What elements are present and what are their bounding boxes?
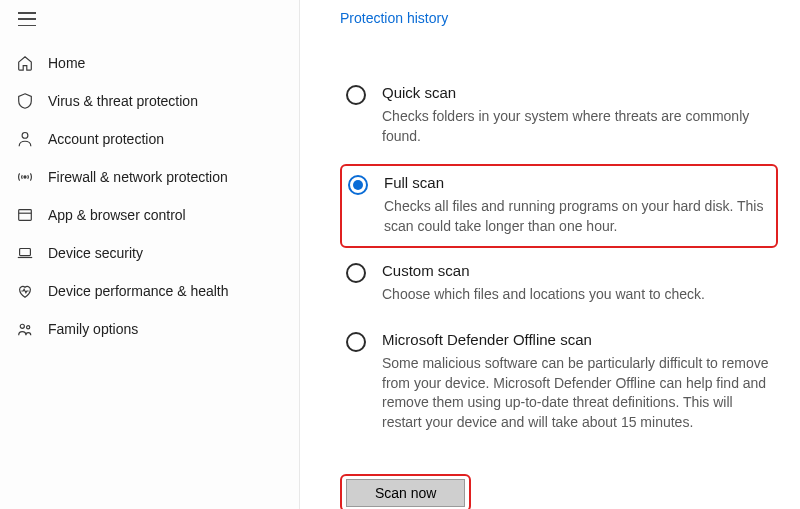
sidebar-item-performance[interactable]: Device performance & health [0, 272, 299, 310]
sidebar: Home Virus & threat protection Account p… [0, 0, 300, 509]
scan-option-text: Full scan Checks all files and running p… [384, 174, 770, 236]
radio-quick-scan[interactable] [346, 85, 366, 105]
svg-point-4 [20, 324, 24, 328]
sidebar-item-family[interactable]: Family options [0, 310, 299, 348]
svg-rect-3 [20, 249, 31, 256]
people-icon [16, 320, 34, 338]
scan-option-full[interactable]: Full scan Checks all files and running p… [340, 164, 778, 248]
window-icon [16, 206, 34, 224]
radio-offline-scan[interactable] [346, 332, 366, 352]
svg-point-1 [24, 176, 26, 178]
sidebar-item-home[interactable]: Home [0, 44, 299, 82]
heart-icon [16, 282, 34, 300]
sidebar-item-firewall[interactable]: Firewall & network protection [0, 158, 299, 196]
laptop-icon [16, 244, 34, 262]
radio-full-scan[interactable] [348, 175, 368, 195]
sidebar-item-label: App & browser control [48, 207, 186, 223]
svg-point-5 [27, 326, 30, 329]
person-icon [16, 130, 34, 148]
sidebar-item-app-browser[interactable]: App & browser control [0, 196, 299, 234]
scan-option-text: Custom scan Choose which files and locat… [382, 262, 772, 305]
sidebar-item-label: Firewall & network protection [48, 169, 228, 185]
scan-option-title: Custom scan [382, 262, 772, 279]
home-icon [16, 54, 34, 72]
scan-option-text: Microsoft Defender Offline scan Some mal… [382, 331, 772, 432]
scan-option-quick[interactable]: Quick scan Checks folders in your system… [340, 76, 778, 158]
main-content: Protection history Quick scan Checks fol… [300, 0, 800, 509]
scan-option-text: Quick scan Checks folders in your system… [382, 84, 772, 146]
svg-rect-2 [19, 210, 32, 221]
scan-option-title: Quick scan [382, 84, 772, 101]
sidebar-item-label: Account protection [48, 131, 164, 147]
svg-point-0 [22, 133, 28, 139]
sidebar-item-account[interactable]: Account protection [0, 120, 299, 158]
scan-now-highlight: Scan now [340, 474, 471, 509]
sidebar-item-label: Device performance & health [48, 283, 229, 299]
sidebar-item-label: Family options [48, 321, 138, 337]
scan-option-title: Full scan [384, 174, 770, 191]
radio-custom-scan[interactable] [346, 263, 366, 283]
shield-icon [16, 92, 34, 110]
sidebar-item-label: Virus & threat protection [48, 93, 198, 109]
scan-now-button[interactable]: Scan now [346, 479, 465, 507]
scan-option-custom[interactable]: Custom scan Choose which files and locat… [340, 254, 778, 317]
sidebar-item-label: Home [48, 55, 85, 71]
scan-option-description: Choose which files and locations you wan… [382, 285, 772, 305]
scan-option-description: Some malicious software can be particula… [382, 354, 772, 432]
scan-option-description: Checks all files and running programs on… [384, 197, 770, 236]
scan-option-title: Microsoft Defender Offline scan [382, 331, 772, 348]
scan-option-offline[interactable]: Microsoft Defender Offline scan Some mal… [340, 323, 778, 444]
antenna-icon [16, 168, 34, 186]
sidebar-item-device-security[interactable]: Device security [0, 234, 299, 272]
hamburger-menu-icon[interactable] [18, 12, 36, 26]
protection-history-link[interactable]: Protection history [340, 10, 448, 26]
sidebar-item-label: Device security [48, 245, 143, 261]
sidebar-item-virus-threat[interactable]: Virus & threat protection [0, 82, 299, 120]
scan-option-description: Checks folders in your system where thre… [382, 107, 772, 146]
